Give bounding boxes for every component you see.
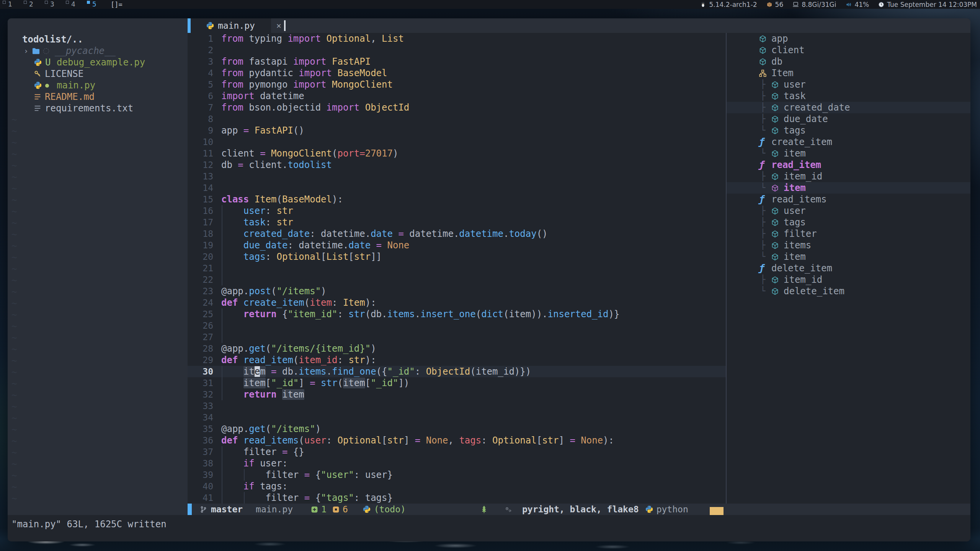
code-text: if tags: <box>221 481 287 492</box>
code-line-17[interactable]: 17 task: str <box>188 217 726 228</box>
code-line-22[interactable]: 22 <box>188 274 726 285</box>
python-icon <box>363 505 371 514</box>
tree-connector: └ <box>760 285 771 297</box>
tab-close-button[interactable]: ✕ <box>276 18 281 33</box>
empty-line-tilde: ~ <box>8 160 188 171</box>
code-line-14[interactable]: 14 <box>188 182 726 194</box>
symbol-due-date[interactable]: ├due_date <box>727 113 970 125</box>
code-line-15[interactable]: 15class Item(BaseModel): <box>188 194 726 205</box>
symbol-filter[interactable]: ├filter <box>727 228 970 240</box>
symbol-client[interactable]: client <box>727 44 970 56</box>
symbol-delete-item[interactable]: └delete_item <box>727 285 970 297</box>
symbol-user[interactable]: ├user <box>727 205 970 217</box>
code-line-8[interactable]: 8 <box>188 113 726 125</box>
workspace-1[interactable]: 1 <box>0 0 21 9</box>
symbol-created-date[interactable]: ├created_date <box>727 102 970 113</box>
tree-root[interactable]: todolist/.. <box>8 34 188 45</box>
code-text: item["_id"] = str(item["_id"]) <box>221 377 409 389</box>
code-line-27[interactable]: 27 <box>188 331 726 343</box>
code-line-18[interactable]: 18 created_date: datetime.date = datetim… <box>188 228 726 240</box>
code-line-33[interactable]: 33 <box>188 400 726 412</box>
code-line-38[interactable]: 38 if user: <box>188 458 726 469</box>
symbol-item[interactable]: └item <box>727 182 970 194</box>
symbol-label: item <box>784 148 806 159</box>
empty-line-tilde: ~ <box>8 424 188 435</box>
code-line-39[interactable]: 39 filter = {"user": user} <box>188 469 726 481</box>
tab-main-py[interactable]: main.py <box>188 18 271 33</box>
tree-item-debug-example-py[interactable]: Udebug_example.py <box>8 57 188 68</box>
symbol-db[interactable]: db <box>727 56 970 67</box>
code-line-35[interactable]: 35@app.get("/items") <box>188 423 726 435</box>
filetype-label: python <box>657 504 688 514</box>
code-line-41[interactable]: 41 filter = {"tags": tags} <box>188 492 726 504</box>
symbol-items[interactable]: ├items <box>727 240 970 251</box>
code-line-12[interactable]: 12db = client.todolist <box>188 159 726 171</box>
line-number: 28 <box>188 343 213 354</box>
symbol-item-id[interactable]: ├item_id <box>727 274 970 285</box>
code-line-13[interactable]: 13 <box>188 171 726 182</box>
symbol-tags[interactable]: ├tags <box>727 217 970 228</box>
code-text: client = MongoClient(port=27017) <box>221 148 398 159</box>
tree-item-main-py[interactable]: main.py <box>8 80 188 91</box>
code-line-4[interactable]: 4from pydantic import BaseModel <box>188 67 726 79</box>
tree-item--pycache-[interactable]: ›__pycache__ <box>8 45 188 57</box>
code-line-40[interactable]: 40 if tags: <box>188 481 726 492</box>
code-line-21[interactable]: 21 <box>188 262 726 274</box>
tree-item-readme-md[interactable]: README.md <box>8 91 188 103</box>
code-line-2[interactable]: 2 <box>188 44 726 56</box>
symbol-delete-item[interactable]: ƒdelete_item <box>727 262 970 274</box>
tree-item-requirements-txt[interactable]: requirements.txt <box>8 103 188 114</box>
symbol-item[interactable]: Item <box>727 67 970 79</box>
code-line-1[interactable]: 1from typing import Optional, List <box>188 33 726 44</box>
symbol-user[interactable]: ├user <box>727 79 970 90</box>
code-line-31[interactable]: 31 item["_id"] = str(item["_id"]) <box>188 377 726 389</box>
symbol-task[interactable]: ├task <box>727 90 970 102</box>
code-line-32[interactable]: 32 return item <box>188 389 726 400</box>
empty-line-tilde: ~ <box>8 114 188 126</box>
workspace-4[interactable]: 4 <box>63 0 84 9</box>
symbols-outline: appclientdbItem├user├task├created_date├d… <box>727 33 970 504</box>
line-number: 38 <box>188 458 213 469</box>
workspace-2[interactable]: 2 <box>21 0 42 9</box>
code-line-3[interactable]: 3from fastapi import FastAPI <box>188 56 726 67</box>
code-line-20[interactable]: 20 tags: Optional[List[str]] <box>188 251 726 262</box>
code-line-36[interactable]: 36def read_items(user: Optional[str] = N… <box>188 435 726 446</box>
code-line-24[interactable]: 24def create_item(item: Item): <box>188 297 726 308</box>
line-number: 29 <box>188 354 213 366</box>
code-line-25[interactable]: 25 return {"item_id": str(db.items.inser… <box>188 308 726 320</box>
symbol-read-item[interactable]: ƒread_item <box>727 159 970 171</box>
code-line-9[interactable]: 9app = FastAPI() <box>188 125 726 136</box>
symbol-app[interactable]: app <box>727 33 970 44</box>
symbol-read-items[interactable]: ƒread_items <box>727 194 970 205</box>
symbol-item[interactable]: └item <box>727 148 970 159</box>
code-line-6[interactable]: 6import datetime <box>188 90 726 102</box>
symbol-label: user <box>784 205 806 217</box>
code-line-29[interactable]: 29def read_item(item_id: str): <box>188 354 726 366</box>
code-text: user: str <box>221 205 293 217</box>
code-line-30[interactable]: 30 item = db.items.find_one({"_id": Obje… <box>188 366 726 377</box>
code-line-10[interactable]: 10 <box>188 136 726 148</box>
code-line-7[interactable]: 7from bson.objectid import ObjectId <box>188 102 726 113</box>
workspace-3[interactable]: 3 <box>42 0 63 9</box>
workspaces: 12345 <box>0 0 105 9</box>
tree-item-license[interactable]: LICENSE <box>8 68 188 80</box>
workspace-square-icon <box>45 1 48 4</box>
line-number: 4 <box>188 67 213 79</box>
code-line-11[interactable]: 11client = MongoClient(port=27017) <box>188 148 726 159</box>
layout-indicator[interactable]: []= <box>111 1 122 8</box>
symbol-item-id[interactable]: ├item_id <box>727 171 970 182</box>
code-line-23[interactable]: 23@app.post("/items") <box>188 285 726 297</box>
code-line-26[interactable]: 26 <box>188 320 726 331</box>
code-line-16[interactable]: 16 user: str <box>188 205 726 217</box>
code-line-5[interactable]: 5from pymongo import MongoClient <box>188 79 726 90</box>
code-line-19[interactable]: 19 due_date: datetime.date = None <box>188 240 726 251</box>
symbol-item[interactable]: └item <box>727 251 970 262</box>
workspace-5[interactable]: 5 <box>84 0 105 9</box>
symbol-tags[interactable]: └tags <box>727 125 970 136</box>
symbol-create-item[interactable]: ƒcreate_item <box>727 136 970 148</box>
code-line-37[interactable]: 37 filter = {} <box>188 446 726 458</box>
code-line-28[interactable]: 28@app.get("/items/{item_id}") <box>188 343 726 354</box>
clock-status: Tue September 14 12:03PM <box>878 1 977 8</box>
empty-line-tilde: ~ <box>8 275 188 286</box>
code-line-34[interactable]: 34 <box>188 412 726 423</box>
